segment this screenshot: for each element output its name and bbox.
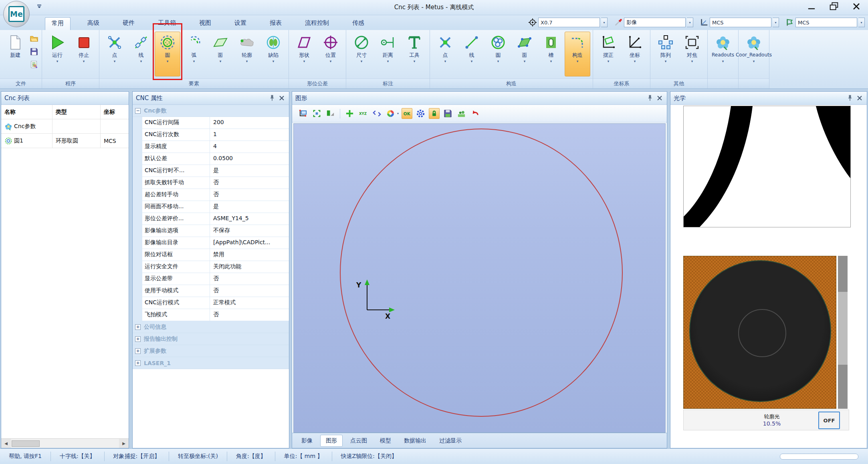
chevron-down-icon[interactable]: ▾ xyxy=(330,58,332,64)
property-value[interactable]: 1 xyxy=(210,129,289,141)
ribbon-button-shape[interactable]: 形状▾ xyxy=(291,32,317,76)
tab-硬件[interactable]: 硬件 xyxy=(116,17,141,30)
chevron-down-icon[interactable]: ▾ xyxy=(246,58,248,64)
tab-报表[interactable]: 报表 xyxy=(263,17,288,30)
chevron-down-icon[interactable]: ▾ xyxy=(753,58,755,64)
ribbon-button-defect[interactable]: 缺陷▾ xyxy=(260,32,286,76)
chevron-down-icon[interactable]: ▾ xyxy=(550,58,552,64)
combo-magnification[interactable]: X0.7▾ xyxy=(528,17,608,28)
tab-高级[interactable]: 高级 xyxy=(81,17,106,30)
ribbon-small-button-script[interactable] xyxy=(29,60,39,70)
chevron-down-icon[interactable]: ▾ xyxy=(414,58,416,64)
combo-sensor[interactable]: 影像▾ xyxy=(614,17,693,28)
property-group-Cnc参数[interactable]: −Cnc参数 xyxy=(133,105,289,117)
view-tab-影像[interactable]: 影像 xyxy=(296,435,318,446)
property-group-公司信息[interactable]: +公司信息 xyxy=(133,321,289,333)
ribbon-button-array[interactable]: 阵列▾ xyxy=(653,32,678,76)
property-group-报告输出控制[interactable]: +报告输出控制 xyxy=(133,333,289,345)
property-value[interactable]: 200 xyxy=(210,117,289,129)
graphics-tool-undo[interactable] xyxy=(470,108,480,119)
ribbon-button-coor-readouts[interactable]: Coor_Readouts▾ xyxy=(741,32,767,76)
chevron-down-icon[interactable]: ▾ xyxy=(114,58,116,64)
chevron-down-icon[interactable]: ▾ xyxy=(83,58,85,64)
property-value[interactable]: 禁用 xyxy=(210,249,289,261)
ribbon-button-stop[interactable]: 停止▾ xyxy=(71,32,97,76)
graphics-tool-xyz-readout[interactable]: XYZ xyxy=(358,108,369,119)
ribbon-button-arc[interactable]: 弧▾ xyxy=(181,32,207,76)
graphics-tool-add-feature[interactable] xyxy=(344,108,355,119)
tab-传感[interactable]: 传感 xyxy=(346,17,371,30)
chevron-down-icon[interactable]: ▾ xyxy=(601,18,608,27)
minimize-button[interactable] xyxy=(801,1,822,12)
property-group-扩展参数[interactable]: +扩展参数 xyxy=(133,345,289,357)
graphics-tool-confirm-ok[interactable]: OK xyxy=(402,108,412,119)
view-tab-过滤显示[interactable]: 过滤显示 xyxy=(434,435,467,446)
ribbon-button-tool[interactable]: 工具▾ xyxy=(402,32,427,76)
expand-icon[interactable]: + xyxy=(135,360,141,366)
close-panel-icon[interactable] xyxy=(278,94,286,102)
pin-icon[interactable] xyxy=(846,94,854,102)
tab-常用[interactable]: 常用 xyxy=(45,17,71,30)
chevron-down-icon[interactable]: ▾ xyxy=(57,58,59,64)
chevron-down-icon[interactable]: ▾ xyxy=(193,58,195,64)
light-off-button[interactable]: OFF xyxy=(818,412,840,429)
close-panel-icon[interactable] xyxy=(856,94,864,102)
property-value[interactable]: 0.0500 xyxy=(210,153,289,165)
view-tab-数据输出[interactable]: 数据输出 xyxy=(399,435,432,446)
property-value[interactable]: 正常模式 xyxy=(210,297,289,309)
chevron-down-icon[interactable]: ▾ xyxy=(722,58,724,64)
ribbon-button-readouts[interactable]: Readouts▾ xyxy=(710,32,736,76)
combo-value-sensor[interactable]: 影像 xyxy=(624,18,686,27)
chevron-down-icon[interactable]: ▾ xyxy=(687,18,693,27)
collapse-icon[interactable]: − xyxy=(135,108,141,114)
graphics-tool-swap-view[interactable] xyxy=(371,108,382,119)
chevron-down-icon[interactable]: ▾ xyxy=(303,58,305,64)
close-panel-icon[interactable] xyxy=(656,94,664,102)
graphics-tool-save-view[interactable] xyxy=(442,108,453,119)
ribbon-button-construct-line[interactable]: 线▾ xyxy=(459,32,484,76)
chevron-down-icon[interactable]: ▾ xyxy=(273,58,275,64)
ribbon-button-construct-circle[interactable]: 圆▾ xyxy=(485,32,511,76)
maximize-button[interactable] xyxy=(824,1,844,12)
property-group-LASER_1[interactable]: +LASER_1 xyxy=(133,357,289,369)
chevron-down-icon[interactable]: ▾ xyxy=(497,58,499,64)
ribbon-button-construct-point[interactable]: 点▾ xyxy=(432,32,458,76)
property-value[interactable]: ASME_Y14_5 xyxy=(210,213,289,225)
combo-value-part-cs[interactable]: MCS xyxy=(795,18,857,27)
pin-icon[interactable] xyxy=(268,94,276,102)
ribbon-button-construct-plane[interactable]: 面▾ xyxy=(512,32,537,76)
graphics-tool-lock-view[interactable] xyxy=(429,108,440,119)
close-button[interactable] xyxy=(846,1,866,12)
expand-icon[interactable]: + xyxy=(135,348,141,354)
chevron-down-icon[interactable]: ▾ xyxy=(691,58,693,64)
app-menu-button[interactable]: Me xyxy=(3,1,30,27)
tab-工具箱[interactable]: 工具箱 xyxy=(151,17,182,30)
chevron-down-icon[interactable]: ▾ xyxy=(220,58,222,64)
scrollbar-thumb[interactable] xyxy=(12,440,40,447)
graphics-viewport[interactable]: Y X xyxy=(293,123,666,433)
property-value[interactable]: 否 xyxy=(210,189,289,201)
property-value[interactable]: [AppPath]\CADPict... xyxy=(210,237,289,249)
property-value[interactable]: 是 xyxy=(210,165,289,177)
column-header-类型[interactable]: 类型 xyxy=(52,105,101,119)
chevron-down-icon[interactable]: ▾ xyxy=(397,112,399,115)
ribbon-button-run[interactable]: 运行▾ xyxy=(44,32,70,76)
ribbon-button-plane[interactable]: 面▾ xyxy=(208,32,233,76)
chevron-down-icon[interactable]: ▾ xyxy=(665,58,667,64)
ribbon-button-distance[interactable]: 距离▾ xyxy=(375,32,401,76)
ribbon-button-slot[interactable]: 槽▾ xyxy=(538,32,564,76)
tab-流程控制[interactable]: 流程控制 xyxy=(299,17,335,30)
property-value[interactable]: 否 xyxy=(210,177,289,189)
list-item-Cnc参数[interactable]: Cnc参数 xyxy=(1,119,129,134)
property-value[interactable]: 否 xyxy=(210,273,289,285)
ribbon-button-construct[interactable]: 构造▾ xyxy=(565,32,590,76)
chevron-down-icon[interactable]: ▾ xyxy=(361,58,363,64)
combo-machine-cs[interactable]: MCS▾ xyxy=(700,17,779,28)
column-header-名称[interactable]: 名称 xyxy=(1,105,52,119)
ribbon-button-coordinate[interactable]: 坐标▾ xyxy=(622,32,648,76)
tab-设置[interactable]: 设置 xyxy=(228,17,253,30)
chevron-down-icon[interactable]: ▾ xyxy=(773,18,779,27)
view-tab-点云图[interactable]: 点云图 xyxy=(345,435,372,446)
property-value[interactable]: 4 xyxy=(210,141,289,153)
scroll-left-icon[interactable]: ◀ xyxy=(1,439,11,448)
